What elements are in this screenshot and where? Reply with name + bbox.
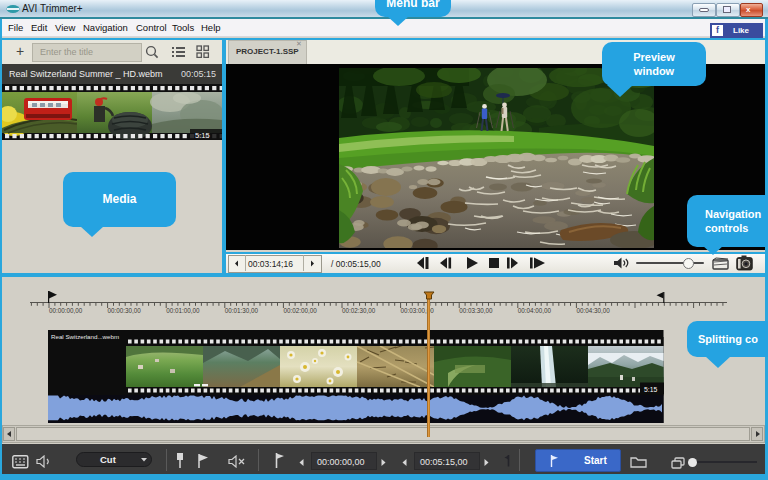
svg-text:00:01:30,00: 00:01:30,00 xyxy=(225,307,259,314)
svg-text:5:15: 5:15 xyxy=(195,131,210,140)
svg-text:5:15: 5:15 xyxy=(644,386,657,393)
svg-text:00:04:00,00: 00:04:00,00 xyxy=(518,307,552,314)
svg-text:00:00:00,00: 00:00:00,00 xyxy=(49,307,83,314)
svg-text:00:02:00,00: 00:02:00,00 xyxy=(283,307,317,314)
svg-text:Real Switzerland...webm: Real Switzerland...webm xyxy=(51,333,119,340)
svg-text:00:02:30,00: 00:02:30,00 xyxy=(342,307,376,314)
svg-text:00:04:30,00: 00:04:30,00 xyxy=(576,307,610,314)
svg-text:00:01:00,00: 00:01:00,00 xyxy=(166,307,200,314)
svg-text:00:00:30,00: 00:00:30,00 xyxy=(108,307,142,314)
svg-text:00:03:30,00: 00:03:30,00 xyxy=(459,307,493,314)
